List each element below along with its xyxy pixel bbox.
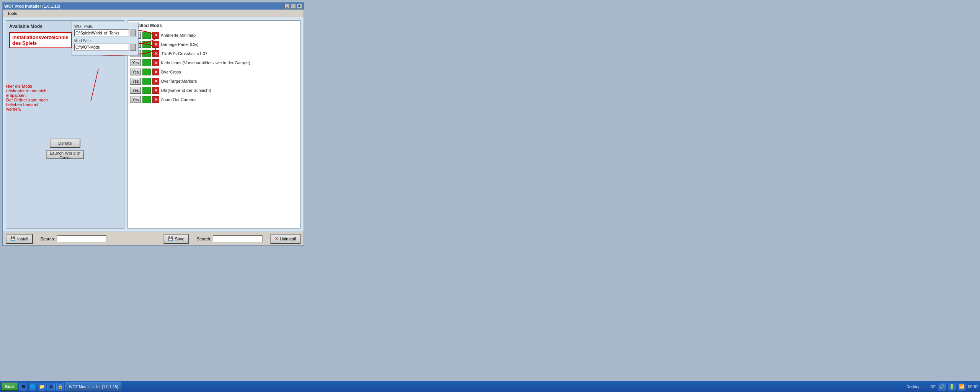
wot-path-input[interactable] [74,29,129,36]
taskbar-sys-icon-2[interactable]: 🔋 [948,383,956,390]
left-search-label: Search: [41,237,55,241]
donate-button[interactable]: Donate [50,139,80,148]
close-button[interactable]: ✕ [297,4,302,9]
taskbar-sys-icon-1[interactable]: 🔊 [938,383,946,390]
right-search-row: Search: [197,235,263,242]
taskbar-icon-3[interactable]: 📁 [38,383,46,390]
mod-row: Yes✕OverCross [130,68,298,76]
path-section: WOT Path: ... Mod Path: ... [72,22,139,56]
mod-name-label: OverTargetMarkers [161,79,197,83]
mod-path-row: ... [74,44,136,51]
save-icon: 💾 [168,236,173,241]
mod-active-indicator [142,96,151,103]
wot-path-label: WOT Path: [74,24,136,29]
mod-remove-button[interactable]: ✕ [152,32,159,39]
mod-row: Yes✕Zoom Out Camera [130,96,298,103]
mod-yes-button[interactable]: Yes [130,69,141,75]
title-bar: WOT Mod Installer (1.0.1.15) _ □ ✕ [3,3,304,10]
install-button[interactable]: 💾 Install [6,234,33,244]
install-icon: 💾 [10,236,16,241]
mod-row: Yes✕OverTargetMarkers [130,77,298,85]
mod-active-indicator [142,41,151,48]
mod-row: Yes✕J1mB0's Crosshair v1.07 [130,50,298,57]
title-bar-buttons: _ □ ✕ [284,4,302,9]
mod-yes-button[interactable]: Yes [130,96,141,103]
main-window: WOT Mod Installer (1.0.1.15) _ □ ✕ Tools… [2,2,304,246]
mod-active-indicator [142,32,151,39]
mod-name-label: Damage Panel (DE) [161,42,198,47]
uninstall-icon: ✕ [275,236,278,241]
mod-name-label: J1mB0's Crosshair v1.07 [161,51,207,56]
mod-name-label: Zoom Out Camera [161,97,196,102]
mod-remove-button[interactable]: ✕ [152,41,159,48]
taskbar-lang-label: DE [931,385,936,389]
mod-path-label: Mod Path: [74,39,136,43]
taskbar-right: Desktop ▸▸ DE 🔊 🔋 📶 09:52 [906,383,978,390]
content-area: Available Mods Installationsverzeichnis … [3,17,304,232]
installed-mods-title: Installed Mods [130,23,298,28]
mod-active-indicator [142,69,151,75]
mod-yes-button[interactable]: Yes [130,87,141,94]
mod-path-browse-button[interactable]: ... [130,44,136,51]
mod-row: Yes✕Damage Panel (DE) [130,41,298,48]
taskbar-icon-4[interactable]: ⚙ [47,383,55,390]
mod-yes-button[interactable]: Yes [130,78,141,85]
right-panel: Installed Mods Yes✕Animierte MinimapYes✕… [127,20,301,229]
maximize-button[interactable]: □ [291,4,296,9]
uninstall-button[interactable]: ✕ Uninstall [270,234,301,244]
taskbar-sys-icon-3[interactable]: 📶 [958,383,965,390]
mod-path-input[interactable] [74,44,129,51]
mod-row: Yes✕Animierte Minimap [130,31,298,39]
mod-yes-button[interactable]: Yes [130,59,141,66]
taskbar-app-button[interactable]: WOT Mod Installer (1.0.1.15) [65,382,122,391]
annotation-mods-text: Hier die Mods reinkopieren und nicht ent… [6,84,48,111]
taskbar-app-label: WOT Mod Installer (1.0.1.15) [69,385,118,389]
taskbar-icon-2[interactable]: 🌐 [29,383,36,390]
mod-active-indicator [142,59,151,66]
taskbar-icon-1[interactable]: 🖥 [20,383,27,390]
mod-active-indicator [142,78,151,85]
taskbar-icon-5[interactable]: 🔒 [56,383,64,390]
right-search-label: Search: [197,237,211,241]
taskbar-clock: 09:52 [968,384,978,389]
mod-rows-container: Yes✕Animierte MinimapYes✕Damage Panel (D… [130,31,298,103]
mod-row: Yes✕Uhr(während der Schlacht) [130,87,298,94]
minimize-button[interactable]: _ [284,4,290,9]
left-search-input[interactable] [57,235,106,242]
mod-name-label: OverCross [161,70,181,74]
left-search-row: Search: [41,235,106,242]
menu-tools[interactable]: Tools [4,10,20,16]
mod-remove-button[interactable]: ✕ [152,50,159,57]
wot-path-row: ... [74,29,136,36]
right-search-input[interactable] [213,235,263,242]
mod-name-label: Uhr(während der Schlacht) [161,88,211,93]
wot-path-browse-button[interactable]: ... [130,29,136,36]
mod-name-label: Klein Icons (Vorschaubilder - wie in der… [161,60,250,65]
mod-row: Yes✕Klein Icons (Vorschaubilder - wie in… [130,59,298,67]
mod-active-indicator [142,50,151,57]
mod-name-label: Animierte Minimap [161,33,196,38]
menu-bar: Tools [3,10,304,17]
mod-remove-button[interactable]: ✕ [152,59,159,66]
save-button[interactable]: 💾 Save [163,234,189,244]
taskbar: Start 🖥 🌐 📁 ⚙ 🔒 WOT Mod Installer (1.0.1… [0,381,980,392]
mod-remove-button[interactable]: ✕ [152,96,159,103]
bottom-bar: 💾 Install Search: 💾 Save Search: ✕ Unins… [3,232,304,245]
annotation-installdir: Installationsverzeichnis des Spiels [9,32,72,48]
mod-remove-button[interactable]: ✕ [152,78,159,85]
window-title: WOT Mod Installer (1.0.1.15) [4,4,60,8]
taskbar-desktop-label: Desktop [906,385,921,389]
mod-active-indicator [142,87,151,94]
action-buttons: Donate Launch World of Tanks [46,139,84,159]
mod-remove-button[interactable]: ✕ [152,87,159,94]
launch-button[interactable]: Launch World of Tanks [46,150,84,159]
start-button[interactable]: Start [2,382,18,391]
mod-remove-button[interactable]: ✕ [152,69,159,75]
